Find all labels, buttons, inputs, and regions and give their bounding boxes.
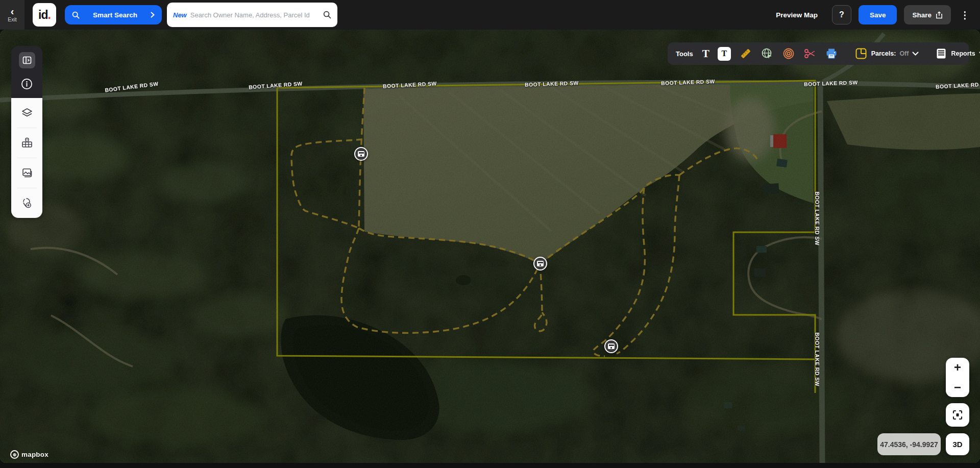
- search-field: New: [167, 3, 337, 27]
- help-button[interactable]: ?: [832, 5, 851, 24]
- sidebar-item-map-features[interactable]: [11, 128, 42, 158]
- cursor-coordinates: 47.4536, -94.9927: [877, 433, 941, 455]
- chevron-down-icon: [912, 52, 919, 56]
- text-box-tool-button[interactable]: T: [718, 46, 731, 61]
- tools-label: Tools: [676, 50, 693, 58]
- sidebar-item-info[interactable]: [11, 70, 42, 98]
- cut-tool-button[interactable]: [803, 46, 817, 61]
- text-box-icon: T: [718, 47, 731, 61]
- range-rings-tool-button[interactable]: [782, 46, 795, 61]
- map-canvas[interactable]: BOOT LAKE RD SW BOOT LAKE RD SW BOOT LAK…: [0, 30, 980, 463]
- chevron-left-icon: ‹: [11, 8, 14, 15]
- new-badge: New: [173, 11, 187, 19]
- panel-toggle-icon: [19, 52, 35, 68]
- search-submit-icon[interactable]: [323, 11, 331, 19]
- trail-camera-marker[interactable]: [604, 339, 618, 353]
- 3d-toggle-button[interactable]: 3D: [946, 433, 969, 455]
- smart-search-label: Smart Search: [84, 11, 146, 19]
- chevron-right-icon: [151, 12, 155, 18]
- map-sidebar: [11, 46, 42, 218]
- printer-icon: [825, 47, 838, 60]
- app: ‹ Exit id. Smart Search New Preview Map …: [0, 0, 980, 468]
- photos-icon: [21, 167, 33, 179]
- info-icon: [21, 78, 33, 90]
- scissors-icon: [803, 47, 817, 60]
- parcels-dropdown[interactable]: Parcels: Off: [854, 47, 919, 60]
- parcels-label: Parcels:: [871, 50, 896, 57]
- measure-tool-button[interactable]: [739, 46, 752, 61]
- globe-select-icon: [761, 47, 774, 60]
- recenter-button[interactable]: [946, 403, 969, 427]
- text-tool-icon: T: [702, 47, 709, 60]
- logo-dot: .: [48, 8, 51, 22]
- sidebar-item-layers[interactable]: [11, 98, 42, 128]
- search-input[interactable]: [190, 11, 320, 19]
- add-location-icon: [21, 197, 33, 209]
- frame-focus-icon: [952, 409, 963, 421]
- zoom-in-button[interactable]: +: [946, 358, 969, 378]
- mapbox-attribution[interactable]: ⊕ mapbox: [10, 450, 48, 459]
- mapbox-logo-icon: ⊕: [10, 450, 19, 459]
- top-header: ‹ Exit id. Smart Search New Preview Map …: [0, 0, 980, 30]
- exit-label: Exit: [8, 16, 17, 22]
- trail-camera-icon: [608, 343, 615, 349]
- search-icon: [72, 11, 80, 19]
- sidebar-item-photos[interactable]: [11, 158, 42, 188]
- reports-label: Reports: [951, 50, 975, 57]
- trail-camera-icon: [537, 261, 544, 266]
- smart-search-button[interactable]: Smart Search: [65, 5, 162, 24]
- reports-dropdown[interactable]: Reports: [935, 47, 980, 60]
- sidebar-light-section: [11, 98, 42, 218]
- parcels-state: Off: [899, 50, 909, 57]
- overflow-menu-button[interactable]: ⋮: [958, 9, 972, 21]
- road-label-vertical: BOOT LAKE RD SW: [814, 191, 820, 245]
- satellite-imagery: [0, 30, 980, 463]
- exit-button[interactable]: ‹ Exit: [0, 0, 24, 30]
- zoom-out-button[interactable]: −: [946, 378, 969, 398]
- ruler-icon: [739, 47, 752, 60]
- layers-icon: [21, 107, 33, 119]
- geo-select-tool-button[interactable]: [761, 46, 774, 61]
- reports-icon: [935, 47, 947, 60]
- trail-camera-icon: [358, 151, 364, 157]
- preview-map-link[interactable]: Preview Map: [776, 11, 818, 19]
- map-tools-toolbar: Tools T T Parcels: Off: [668, 42, 969, 65]
- sidebar-item-add-location[interactable]: [11, 188, 42, 218]
- app-logo: id.: [33, 3, 56, 27]
- trail-camera-marker[interactable]: [533, 257, 547, 270]
- mapbox-wordmark: mapbox: [21, 451, 48, 458]
- sidebar-item-panel-toggle[interactable]: [11, 46, 42, 70]
- target-circles-icon: [782, 47, 795, 60]
- map-grid-pin-icon: [21, 137, 33, 149]
- parcel-split-icon: [854, 47, 868, 60]
- share-button[interactable]: Share: [904, 5, 951, 24]
- text-tool-button[interactable]: T: [702, 46, 709, 61]
- trail-camera-marker[interactable]: [354, 147, 368, 161]
- share-label: Share: [912, 11, 932, 19]
- save-button[interactable]: Save: [859, 5, 897, 24]
- sidebar-dark-section: [11, 46, 42, 98]
- share-icon: [936, 11, 943, 19]
- road-label-vertical: BOOT LAKE RD SW: [814, 332, 820, 386]
- print-tool-button[interactable]: [825, 46, 838, 61]
- zoom-control: + −: [946, 358, 969, 397]
- header-actions: Preview Map ? Save Share ⋮: [776, 0, 980, 30]
